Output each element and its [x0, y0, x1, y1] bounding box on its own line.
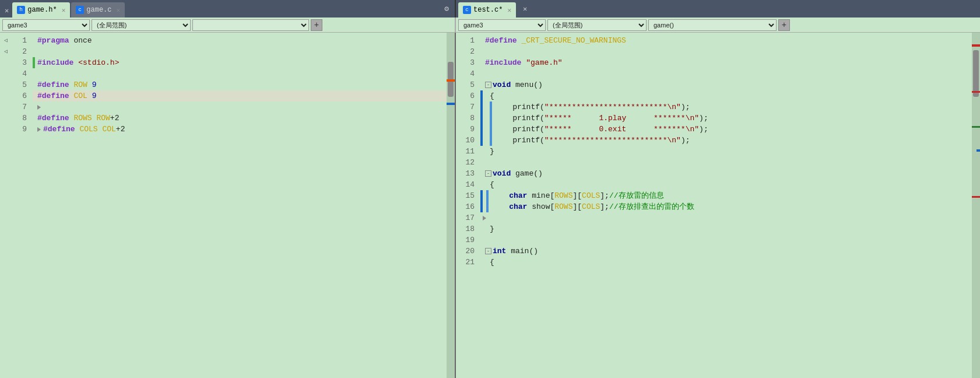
scope-selector-right-2[interactable]: (全局范围) — [547, 19, 647, 31]
code-line-5-right: - void menu() — [480, 79, 972, 90]
code-line-6-right: { — [480, 90, 972, 102]
code-line-5-left: #define ROW 9 — [33, 79, 447, 90]
code-line-8-right: printf("***** 1.play *******\n"); — [480, 113, 972, 124]
add-scope-button-right[interactable]: + — [778, 19, 790, 31]
code-line-19-right — [480, 235, 972, 246]
code-area-left[interactable]: #pragma once #include <stdio.h> #define … — [30, 33, 447, 378]
scope-selector-right-3[interactable]: game() — [648, 19, 777, 31]
scrollbar-right[interactable] — [972, 33, 980, 378]
tab-label-game-h: game.h* — [27, 6, 57, 14]
scope-selector-right-1[interactable]: game3 — [458, 19, 546, 31]
code-line-10-right: printf("**************************\n"); — [480, 135, 972, 146]
tab-test-c[interactable]: c test.c* ✕ — [458, 2, 516, 18]
tab-close-game-c[interactable]: ✕ — [117, 6, 121, 14]
tab-game-c[interactable]: c game.c ✕ — [71, 2, 125, 18]
code-line-4-left — [33, 68, 447, 79]
collapse-main-icon[interactable]: - — [485, 248, 491, 254]
code-line-2-right — [480, 46, 972, 57]
collapse-menu-icon[interactable]: - — [485, 82, 491, 88]
collapse-game-icon[interactable]: - — [485, 170, 491, 177]
add-scope-button-left[interactable]: + — [311, 19, 322, 31]
code-line-3-right: #include "game.h" — [480, 57, 972, 68]
code-line-12-right — [480, 157, 972, 168]
tab-game-h[interactable]: h game.h* ✕ — [12, 2, 70, 18]
arrow-right-icon-17 — [483, 216, 486, 220]
left-margin-icon: ◁ — [4, 35, 8, 46]
code-line-2-left — [33, 46, 447, 57]
tab-close-icon-right[interactable]: ✕ — [519, 5, 531, 13]
code-line-8-left: #define ROWS ROW+2 — [33, 113, 447, 124]
left-margin-icon2: ◁ — [4, 46, 8, 57]
scrollbar-left[interactable] — [447, 33, 455, 378]
code-line-9-left: #define COLS COL+2 — [33, 124, 447, 135]
code-line-21-right: { — [480, 257, 972, 268]
code-line-15-right: char mine[ROWS][COLS];//存放雷的信息 — [480, 190, 972, 201]
code-line-18-right: } — [480, 223, 972, 235]
tab-label-game-c: game.c — [86, 6, 111, 14]
code-line-14-right: { — [480, 179, 972, 190]
scope-selector-left-2[interactable]: (全局范围) — [92, 19, 191, 31]
line-numbers-right: 12345 678910 1112131415 1617181920 21 — [456, 33, 478, 378]
code-line-13-right: - void game() — [480, 168, 972, 179]
code-line-4-right — [480, 68, 972, 79]
arrow-right-icon-7 — [37, 105, 41, 110]
tab-icon-test-c: c — [463, 6, 471, 14]
close-icon-left[interactable]: ✕ — [2, 4, 11, 18]
tab-settings-icon-left[interactable]: ⚙ — [441, 4, 452, 13]
code-line-17-right — [480, 212, 972, 223]
code-line-1-left: #pragma once — [33, 35, 447, 46]
tab-icon-c: c — [76, 6, 84, 14]
code-line-6-left: #define COL 9 — [33, 90, 447, 102]
tab-close-test-c[interactable]: ✕ — [507, 6, 511, 14]
code-line-20-right: - int main() — [480, 246, 972, 257]
tab-close-game-h[interactable]: ✕ — [62, 6, 66, 14]
tab-label-test-c: test.c* — [473, 6, 503, 14]
code-line-7-left — [33, 102, 447, 113]
line-numbers-left: 12345 6789 — [12, 33, 30, 378]
scope-selector-left-1[interactable]: game3 — [2, 19, 90, 31]
code-area-right[interactable]: #define _CRT_SECURE_NO_WARNINGS #include… — [478, 33, 972, 378]
scope-selector-left-3[interactable] — [192, 19, 309, 31]
code-line-11-right: } — [480, 146, 972, 157]
code-line-1-right: #define _CRT_SECURE_NO_WARNINGS — [480, 35, 972, 46]
tab-icon-h: h — [17, 6, 25, 14]
code-line-16-right: char show[ROWS][COLS];//存放排查出的雷的个数 — [480, 201, 972, 212]
code-line-7-right: printf("**************************\n"); — [480, 102, 972, 113]
code-line-3-left: #include <stdio.h> — [33, 57, 447, 68]
code-line-9-right: printf("***** 0.exit *******\n"); — [480, 124, 972, 135]
